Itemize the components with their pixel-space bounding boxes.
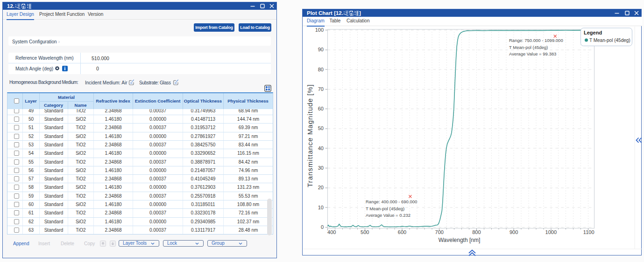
- svg-text:Transmittance Magnitude [%]: Transmittance Magnitude [%]: [306, 84, 314, 187]
- svg-text:400: 400: [327, 229, 336, 235]
- svg-text:80: 80: [318, 67, 324, 72]
- svg-text:60: 60: [318, 106, 324, 111]
- svg-text:900: 900: [510, 229, 518, 235]
- svg-text:50: 50: [318, 125, 324, 131]
- svg-text:T Mean-pol (45deg): T Mean-pol (45deg): [366, 206, 404, 211]
- svg-text:1100: 1100: [583, 229, 594, 235]
- svg-text:Average Value = 0.232: Average Value = 0.232: [366, 213, 410, 218]
- svg-text:Range: 750.000 - 1099.000: Range: 750.000 - 1099.000: [509, 38, 563, 43]
- svg-text:Legend: Legend: [584, 30, 602, 35]
- svg-text:90: 90: [318, 47, 324, 52]
- svg-text:1000: 1000: [545, 229, 557, 235]
- svg-text:30: 30: [318, 165, 324, 171]
- svg-text:T Mean-pol (45deg): T Mean-pol (45deg): [589, 38, 630, 43]
- svg-text:Average Value = 99.383: Average Value = 99.383: [509, 51, 556, 56]
- svg-text:T Mean-pol (45deg): T Mean-pol (45deg): [509, 45, 548, 50]
- svg-text:700: 700: [435, 229, 444, 235]
- svg-text:600: 600: [398, 229, 406, 235]
- svg-text:0: 0: [321, 224, 324, 230]
- svg-text:800: 800: [472, 229, 481, 235]
- svg-text:Wavelength [nm]: Wavelength [nm]: [439, 237, 481, 243]
- svg-text:10: 10: [318, 205, 324, 210]
- svg-text:20: 20: [318, 185, 324, 190]
- svg-text:100: 100: [315, 27, 324, 33]
- svg-text:40: 40: [318, 145, 324, 151]
- svg-text:500: 500: [361, 229, 369, 235]
- svg-text:Range: 400.000 - 690.000: Range: 400.000 - 690.000: [366, 199, 417, 204]
- svg-text:70: 70: [318, 86, 324, 92]
